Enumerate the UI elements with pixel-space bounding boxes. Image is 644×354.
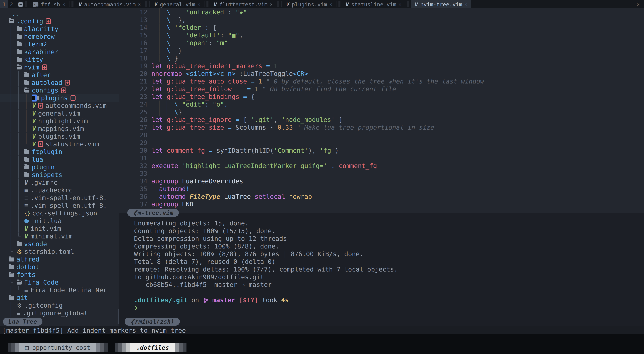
tree-row-.gitignore-global[interactable]: │ ≡.gitignore_global [0, 309, 119, 317]
tab-close-icon[interactable]: × [464, 2, 468, 7]
tabpage-indicator-2[interactable]: 2 [8, 0, 15, 8]
code-line-26[interactable]: 26let g:lua_tree_ignore = [ '.git', 'nod… [119, 116, 644, 124]
code-line-29[interactable]: 29 [119, 139, 644, 147]
tree-row-minimal.vim[interactable]: │ └ Vminimal.vim [0, 232, 119, 240]
tree-row-kitty[interactable]: │ kitty [0, 56, 119, 63]
terminal-pane[interactable]: ❮rminal(zsh) Enumerating objects: 15, do… [119, 217, 644, 326]
tree-row-plugin[interactable]: │ │ plugin [0, 163, 119, 171]
tree-row-autocommands.vim[interactable]: │ │ │ V+autocommands.vim [0, 102, 119, 109]
code-line-17[interactable]: 17 ▏ \ } [119, 47, 644, 54]
tree-row-alfred[interactable]: alfred [0, 256, 119, 263]
tree-item-label: plugins.vim [38, 133, 80, 140]
tree-row-after[interactable]: │ │ after [0, 71, 119, 79]
code-line-16[interactable]: 16 ▏ \ 'open': "◨" [119, 39, 644, 47]
tree-item-label: .gitignore_global [23, 309, 88, 317]
tree-row-alacritty[interactable]: │ alacritty [0, 25, 119, 33]
tab-close-icon[interactable]: × [270, 2, 273, 7]
tree-row-snippets[interactable]: │ │ snippets [0, 171, 119, 179]
tree-row-ftplugin[interactable]: │ │ ftplugin [0, 148, 119, 156]
code-line-19[interactable]: 19let g:lua_tree_indent_markers = 1 [119, 62, 644, 70]
editor-buffer[interactable]: 12 ▏ \ 'untracked': "★"13 ▏ \ },14 ▏ \ '… [119, 8, 644, 208]
code-line-30[interactable]: 30let comment_fg = synIDattr(hlID('Comme… [119, 147, 644, 154]
folder-icon [9, 257, 14, 261]
tab-statusline.vim[interactable]: Vstatusline.vim× [342, 0, 406, 8]
line-number: 23 [119, 93, 148, 100]
code-line-23[interactable]: 23let g:lua_tree_bindings = { [119, 93, 644, 100]
code-line-25[interactable]: 25 ▏ ▏ \} [119, 108, 644, 116]
back-arrow-icon[interactable]: ← [18, 1, 24, 7]
code-line-13[interactable]: 13 ▏ \ }, [119, 16, 644, 24]
tree-row-autoload[interactable]: │ │ autoload+ [0, 79, 119, 86]
close-all-icon[interactable]: ✕ [637, 1, 640, 7]
tree-row-plugins[interactable]: │ │ │ plugins+ [0, 94, 119, 102]
tree-row-highlight.vim[interactable]: │ │ │ Vhighlight.vim [0, 117, 119, 125]
tree-row-dotbot[interactable]: dotbot [0, 263, 119, 271]
tree-row-.vim-spell-en.utf-8.[interactable]: │ │ ≡.vim-spell-en.utf-8. [0, 202, 119, 209]
tree-row-nvim[interactable]: │ nvim+ [0, 63, 119, 71]
code-line-18[interactable]: 18 ▏ \ } [119, 54, 644, 62]
code-line-14[interactable]: 14 ▏ \ 'folder': { [119, 24, 644, 31]
code-line-22[interactable]: 22let g:lua_tree_follow = 1 " On bufEnte… [119, 85, 644, 93]
tmux-window-opportunity-cost[interactable]: □ opportunity_cost [19, 343, 96, 352]
code-line-37[interactable]: 37augroup END [119, 200, 644, 208]
tree-row-init.vim[interactable]: │ │ Vinit.vim [0, 225, 119, 232]
tree-row-vscode[interactable]: │ vscode [0, 240, 119, 248]
tree-row-Fira-Code-Retina-Ner[interactable]: │ └ ≡Fira Code Retina Ner [0, 286, 119, 294]
tree-row-.gitconfig[interactable]: │ ⚙.gitconfig [0, 302, 119, 309]
tmux-window-dotfiles[interactable]: .dotfiles [130, 343, 175, 352]
tree-row-starship.toml[interactable]: └ ⚙starship.toml [0, 248, 119, 256]
tree-row-.vim-spell-en.utf-8.[interactable]: │ │ ≡.vim-spell-en.utf-8. [0, 194, 119, 202]
code-line-35[interactable]: 35 autocmd! [119, 185, 644, 193]
tree-row-configs[interactable]: │ │ configs+ [0, 86, 119, 94]
tree-row-.luacheckrc[interactable]: │ │ ≡.luacheckrc [0, 186, 119, 194]
tree-row-.config[interactable]: .config+ [0, 17, 119, 25]
tab-close-icon[interactable]: × [62, 2, 65, 7]
code-line-33[interactable]: 33 [119, 170, 644, 177]
tree-row-general.vim[interactable]: │ │ │ Vgeneral.vim [0, 109, 119, 117]
git-modified-badge: + [65, 80, 70, 85]
shell-cursor-line[interactable]: ❯ [134, 304, 644, 312]
file-tree-panel[interactable]: ...config+│ alacritty│ homebrew│ iterm2│… [0, 8, 119, 326]
segment-decor [122, 343, 126, 352]
code-line-12[interactable]: 12 ▏ \ 'untracked': "★" [119, 8, 644, 16]
tab-general.vim[interactable]: Vgeneral.vim× [150, 0, 204, 8]
code-line-20[interactable]: 20nnoremap <silent><c-n> :LuaTreeToggle<… [119, 70, 644, 77]
folder-icon [24, 165, 30, 169]
tabpage-indicator-1[interactable]: 1 [0, 0, 8, 8]
tree-row-homebrew[interactable]: │ homebrew [0, 33, 119, 40]
tree-row-iterm2[interactable]: │ iterm2 [0, 40, 119, 48]
tree-row-fonts[interactable]: fonts [0, 271, 119, 279]
git-modified-badge: + [70, 95, 75, 101]
tab-autocommands.vim[interactable]: Vautocommands.vim× [74, 0, 145, 8]
tab-plugins.vim[interactable]: Vplugins.vim× [282, 0, 336, 8]
code-line-24[interactable]: 24 ▏ ▏ \ "edit": "o", [119, 100, 644, 108]
tab-close-icon[interactable]: × [138, 2, 141, 7]
code-line-27[interactable]: 27let g:lua_tree_size = &columns ⋆ 0.33 … [119, 124, 644, 131]
tree-row-git[interactable]: git [0, 294, 119, 302]
code-line-21[interactable]: 21let g:lua_tree_auto_close = 1 " 0 by d… [119, 77, 644, 85]
code-line-36[interactable]: 36 autocmd FileType LuaTree setlocal now… [119, 193, 644, 200]
code-line-32[interactable]: 32execute 'highlight LuaTreeIndentMarker… [119, 162, 644, 170]
tree-row-statusline.vim[interactable]: │ │ └ V+statusline.vim [0, 140, 119, 148]
code-line-31[interactable]: 31 [119, 154, 644, 162]
tab-close-icon[interactable]: × [398, 2, 401, 7]
tab-close-icon[interactable]: × [329, 2, 332, 7]
tree-row-..[interactable]: .. [0, 10, 119, 17]
scrollbar-thumb[interactable] [118, 309, 119, 324]
code-line-15[interactable]: 15 ▏ \ 'default': "■", [119, 31, 644, 39]
tab-fzf.sh[interactable]: ›_fzf.sh× [29, 0, 69, 8]
tree-row-plugins.vim[interactable]: │ │ │ Vplugins.vim [0, 133, 119, 140]
tree-row-init.lua[interactable]: │ │ init.lua [0, 217, 119, 225]
code-line-34[interactable]: 34augroup LuaTreeOverrides [119, 177, 644, 185]
tree-row-.gvimrc[interactable]: │ │ V.gvimrc [0, 179, 119, 186]
code-line-28[interactable]: 28 [119, 131, 644, 139]
tree-row-lua[interactable]: │ │ lua [0, 156, 119, 163]
tab-fluttertest.vim[interactable]: Vfluttertest.vim× [210, 0, 277, 8]
tree-row-mappings.vim[interactable]: │ │ │ Vmappings.vim [0, 125, 119, 133]
tree-row-karabiner[interactable]: │ karabiner [0, 48, 119, 56]
tab-nvim-tree.vim[interactable]: Vnvim-tree.vim× [411, 0, 472, 8]
tree-row-coc-settings.json[interactable]: │ │ {}coc-settings.json [0, 209, 119, 217]
tab-close-icon[interactable]: × [198, 2, 200, 7]
tree-row-Fira-Code[interactable]: └ Fira Code [0, 279, 119, 286]
tree-item-label: coc-settings.json [32, 209, 97, 217]
